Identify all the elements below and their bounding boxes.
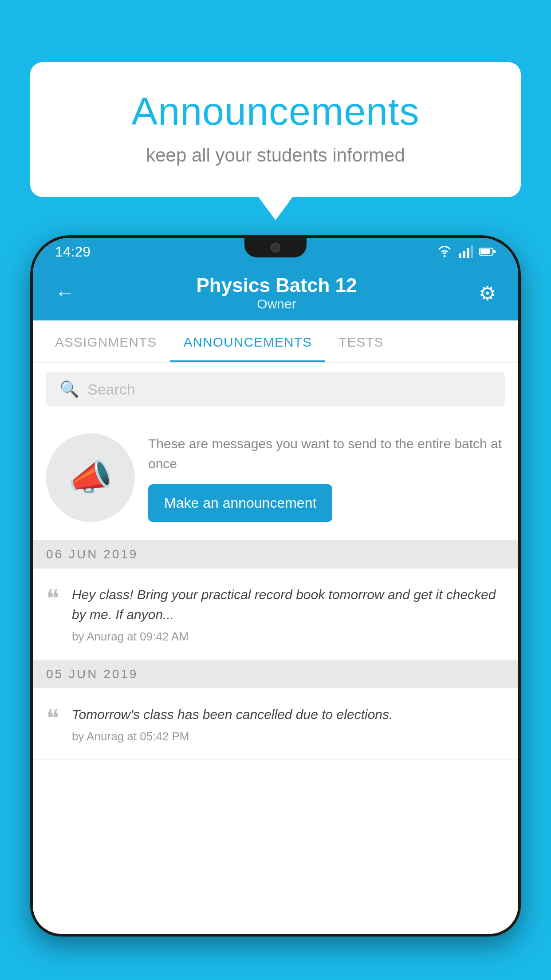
date-separator-1: 06 JUN 2019	[33, 540, 518, 569]
tab-announcements[interactable]: ANNOUNCEMENTS	[170, 320, 325, 362]
back-button[interactable]: ←	[55, 282, 75, 304]
bubble-title: Announcements	[66, 89, 485, 134]
tabs-bar: ASSIGNMENTS ANNOUNCEMENTS TESTS	[33, 320, 518, 363]
svg-rect-1	[459, 253, 461, 258]
search-container: 🔍 Search	[33, 363, 518, 415]
camera	[271, 243, 280, 253]
header-title: Physics Batch 12	[75, 274, 479, 296]
wifi-icon	[437, 245, 453, 258]
tab-tests[interactable]: TESTS	[325, 320, 397, 362]
announcement-item-2[interactable]: ❝ Tomorrow's class has been cancelled du…	[33, 688, 518, 760]
promo-icon-circle: 📣	[46, 433, 135, 522]
announcement-meta-1: by Anurag at 09:42 AM	[72, 630, 505, 644]
svg-point-0	[444, 255, 446, 257]
promo-right: These are messages you want to send to t…	[148, 434, 505, 522]
phone-notch	[244, 238, 307, 257]
announcement-item-1[interactable]: ❝ Hey class! Bring your practical record…	[33, 569, 518, 660]
signal-icon	[459, 245, 473, 258]
svg-rect-7	[493, 250, 496, 253]
announcement-text-1: Hey class! Bring your practical record b…	[72, 585, 505, 624]
header-center: Physics Batch 12 Owner	[75, 274, 479, 312]
search-bar[interactable]: 🔍 Search	[46, 372, 505, 407]
status-time: 14:29	[55, 244, 91, 260]
announcement-content-1: Hey class! Bring your practical record b…	[72, 585, 505, 644]
announcement-meta-2: by Anurag at 05:42 PM	[72, 730, 505, 743]
app-header: ← Physics Batch 12 Owner ⚙	[33, 265, 518, 320]
svg-rect-6	[480, 249, 490, 254]
settings-icon[interactable]: ⚙	[479, 282, 496, 304]
date-separator-2: 05 JUN 2019	[33, 660, 518, 688]
quote-icon-1: ❝	[46, 586, 59, 611]
quote-icon-2: ❝	[46, 706, 59, 731]
svg-rect-2	[463, 251, 465, 258]
announcement-text-2: Tomorrow's class has been cancelled due …	[72, 704, 505, 724]
phone-screen: 14:29	[33, 238, 518, 934]
promo-block: 📣 These are messages you want to send to…	[33, 415, 518, 540]
make-announcement-button[interactable]: Make an announcement	[148, 484, 332, 522]
phone-outer: 14:29	[30, 235, 521, 937]
search-icon: 🔍	[59, 380, 79, 399]
megaphone-icon: 📣	[68, 457, 113, 498]
header-subtitle: Owner	[75, 296, 479, 312]
svg-rect-3	[467, 248, 469, 258]
status-icons	[437, 245, 496, 258]
battery-icon	[479, 247, 496, 257]
svg-rect-4	[471, 245, 473, 258]
speech-bubble: Announcements keep all your students inf…	[30, 62, 521, 197]
promo-description: These are messages you want to send to t…	[148, 434, 505, 474]
speech-bubble-area: Announcements keep all your students inf…	[30, 62, 521, 197]
tab-assignments[interactable]: ASSIGNMENTS	[42, 320, 170, 362]
search-placeholder: Search	[87, 381, 135, 398]
announcement-content-2: Tomorrow's class has been cancelled due …	[72, 704, 505, 743]
bubble-subtitle: keep all your students informed	[66, 145, 485, 166]
phone-container: 14:29	[30, 235, 521, 980]
